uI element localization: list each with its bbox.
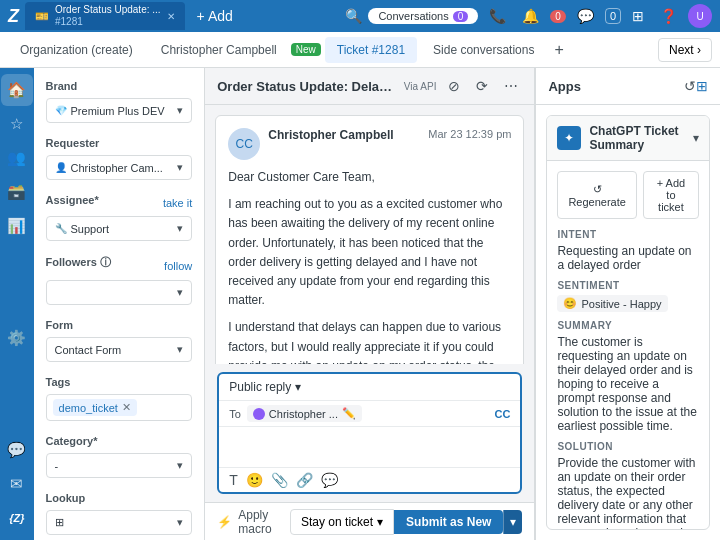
sender-avatar: CC xyxy=(228,128,260,160)
refresh-icon[interactable]: ↺ xyxy=(684,78,696,94)
reply-box: Public reply ▾ To Christopher ... ✏️ CC … xyxy=(217,372,522,494)
edit-icon[interactable]: ✏️ xyxy=(342,407,356,420)
submit-dropdown-button[interactable]: ▾ xyxy=(503,510,522,534)
macro-icon: ⚡ xyxy=(217,515,232,529)
zd-icon[interactable]: {Z} xyxy=(1,502,33,534)
reply-mode-chevron: ▾ xyxy=(295,380,301,394)
users-icon[interactable]: 👥 xyxy=(1,142,33,174)
take-it-link[interactable]: take it xyxy=(163,197,192,209)
home-icon[interactable]: 🏠 xyxy=(1,74,33,106)
lookup-select[interactable]: ⊞ ▾ xyxy=(46,510,193,535)
reports-icon[interactable]: 📊 xyxy=(1,210,33,242)
reply-mode-selector[interactable]: Public reply ▾ xyxy=(229,380,301,394)
support-icon: 🔧 xyxy=(55,223,67,234)
intent-value: Requesting an update on a delayed order xyxy=(557,244,699,272)
app-card-header[interactable]: ✦ ChatGPT Ticket Summary ▾ xyxy=(547,116,709,161)
sentiment-value: Positive - Happy xyxy=(581,298,661,310)
form-select[interactable]: Contact Form ▾ xyxy=(46,337,193,362)
archive-icon[interactable]: 🗃️ xyxy=(1,176,33,208)
star-icon[interactable]: ☆ xyxy=(1,108,33,140)
bell-icon[interactable]: 🔔 xyxy=(517,6,544,26)
macro-label: Apply macro xyxy=(238,508,282,536)
emoji-icon[interactable]: 🙂 xyxy=(246,472,263,488)
submit-button[interactable]: Submit as New xyxy=(394,510,503,534)
phone-icon[interactable]: 📞 xyxy=(484,6,511,26)
requester-value: Christopher Cam... xyxy=(71,162,163,174)
chat-nav-icon[interactable]: 💬 xyxy=(1,434,33,466)
ticket-tab[interactable]: 🎫 Order Status Update: ... #1281 ✕ xyxy=(25,2,185,30)
avatar[interactable]: U xyxy=(688,4,712,28)
link-icon[interactable]: 🔗 xyxy=(296,472,313,488)
close-tab-button[interactable]: ✕ xyxy=(167,11,175,22)
bottom-bar: ⚡ Apply macro Stay on ticket ▾ Submit as… xyxy=(205,502,534,540)
avatar-dot xyxy=(253,408,265,420)
remove-tag-button[interactable]: ✕ xyxy=(122,401,131,414)
brand-select[interactable]: 💎 Premium Plus DEV ▾ xyxy=(46,98,193,123)
filter-icon[interactable]: ⊘ xyxy=(444,76,464,96)
main-layout: 🏠 ☆ 👥 🗃️ 📊 ⚙️ 💬 ✉ {Z} Brand 💎 Premium Pl… xyxy=(0,68,720,540)
next-button[interactable]: Next › xyxy=(658,38,712,62)
sentiment-section: Sentiment 😊 Positive - Happy xyxy=(557,280,699,312)
chevron-down-icon4: ▾ xyxy=(177,286,183,299)
chevron-down-icon3: ▾ xyxy=(177,222,183,235)
history-icon[interactable]: ⟳ xyxy=(472,76,492,96)
org-tab[interactable]: Organization (create) xyxy=(8,37,145,63)
topbar: Z 🎫 Order Status Update: ... #1281 ✕ + A… xyxy=(0,0,720,32)
chevron-down-icon7: ▾ xyxy=(177,516,183,529)
reply-toolbar: Public reply ▾ xyxy=(219,374,520,401)
side-conversations-tab[interactable]: Side conversations xyxy=(421,37,546,63)
tags-container[interactable]: demo_ticket ✕ xyxy=(46,394,193,421)
to-label: To xyxy=(229,408,241,420)
follow-link[interactable]: follow xyxy=(164,260,192,272)
msg-p2: I am reaching out to you as a excited cu… xyxy=(228,195,511,310)
grid-icon[interactable]: ⊞ xyxy=(627,6,649,26)
tags-label: Tags xyxy=(46,376,193,388)
notification-badge: 0 xyxy=(550,10,566,23)
requester-icon: 👤 xyxy=(55,162,67,173)
summary-section: Summary The customer is requesting an up… xyxy=(557,320,699,433)
search-icon[interactable]: 🔍 xyxy=(345,8,362,24)
text-format-icon[interactable]: T xyxy=(229,472,238,488)
followers-select[interactable]: ▾ xyxy=(46,280,193,305)
solution-section: Solution Provide the customer with an up… xyxy=(557,441,699,530)
assignee-select[interactable]: 🔧 Support ▾ xyxy=(46,216,193,241)
add-button[interactable]: + Add xyxy=(191,6,239,26)
add-to-ticket-button[interactable]: + Add to ticket xyxy=(643,171,699,219)
nav-sidebar: 🏠 ☆ 👥 🗃️ 📊 ⚙️ 💬 ✉ {Z} xyxy=(0,68,34,540)
category-value: - xyxy=(55,460,59,472)
lookup-field: Lookup ⊞ ▾ xyxy=(46,492,193,535)
macro-area[interactable]: ⚡ Apply macro xyxy=(217,508,282,536)
settings-icon[interactable]: ⚙️ xyxy=(1,244,33,432)
apps-grid-icon[interactable]: ⊞ xyxy=(696,78,708,94)
apps-header: Apps ↺ ⊞ xyxy=(536,68,720,105)
chat-icon[interactable]: 💬 xyxy=(572,6,599,26)
more-icon[interactable]: ⋯ xyxy=(500,76,522,96)
cc-link[interactable]: CC xyxy=(495,408,511,420)
stay-on-ticket-button[interactable]: Stay on ticket ▾ xyxy=(290,509,394,535)
help-icon[interactable]: ❓ xyxy=(655,6,682,26)
category-select[interactable]: - ▾ xyxy=(46,453,193,478)
assignee-value: Support xyxy=(71,223,110,235)
requester-select[interactable]: 👤 Christopher Cam... ▾ xyxy=(46,155,193,180)
conversations-button[interactable]: Conversations 0 xyxy=(368,8,478,24)
message-body: Dear Customer Care Team, I am reaching o… xyxy=(228,168,511,364)
mail-icon[interactable]: ✉ xyxy=(1,468,33,500)
stay-submit-group: Stay on ticket ▾ Submit as New ▾ xyxy=(290,509,522,535)
solution-value: Provide the customer with an update on t… xyxy=(557,456,699,530)
followers-field: Followers ⓘ follow ▾ xyxy=(46,255,193,305)
reply-mode-label: Public reply xyxy=(229,380,291,394)
tab-title: Order Status Update: ... xyxy=(55,4,161,16)
reply-content-area[interactable] xyxy=(219,427,520,467)
comment-icon[interactable]: 💬 xyxy=(321,472,338,488)
category-label: Category* xyxy=(46,435,193,447)
ticket-header: Order Status Update: Delayed... Via API … xyxy=(205,68,534,105)
intent-section: Intent Requesting an update on a delayed… xyxy=(557,229,699,272)
ticket-tab-nav[interactable]: Ticket #1281 xyxy=(325,37,417,63)
agent-tab[interactable]: Christopher Campbell xyxy=(149,37,289,63)
requester-field: Requester 👤 Christopher Cam... ▾ xyxy=(46,137,193,180)
add-tab-button[interactable]: + xyxy=(550,41,567,59)
app-title: ChatGPT Ticket Summary xyxy=(589,124,685,152)
regenerate-button[interactable]: ↺ Regenerate xyxy=(557,171,637,219)
attachment-icon[interactable]: 📎 xyxy=(271,472,288,488)
to-recipient[interactable]: Christopher ... ✏️ xyxy=(247,405,362,422)
